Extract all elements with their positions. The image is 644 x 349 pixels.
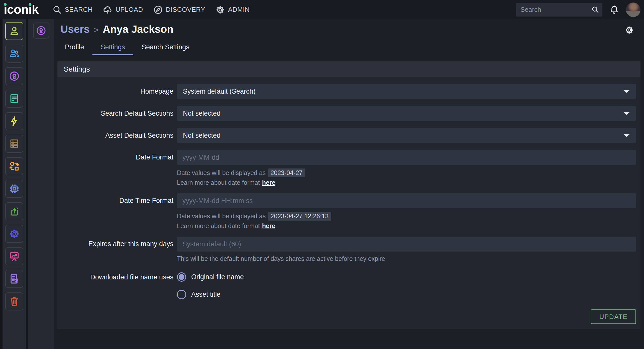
nav-discovery-label: DISCOVERY	[166, 6, 205, 14]
main-nav: SEARCH UPLOAD DISCOVERY	[52, 5, 250, 15]
homepage-value: System default (Search)	[183, 88, 623, 95]
notifications-bell-icon[interactable]	[609, 4, 619, 16]
svg-text:$: $	[15, 277, 18, 284]
asset-default-sections-row: Asset Default Sections Not selected	[57, 128, 636, 143]
left-edge-strip	[0, 19, 3, 349]
date-time-format-label: Date Time Format	[57, 193, 177, 230]
nav-search[interactable]: SEARCH	[52, 5, 93, 15]
sidebar-divider	[26, 19, 28, 349]
nav-admin[interactable]: ADMIN	[215, 5, 250, 15]
helper-text: Learn more about date format	[177, 179, 260, 186]
chevron-down-icon	[623, 90, 630, 93]
helper-text: Learn more about date format	[177, 222, 260, 230]
iconik-logo[interactable]: ıconık	[4, 0, 39, 19]
date-time-format-helper: Date values will be displayed as 2023-04…	[177, 212, 636, 221]
radio-row-asset-title: Asset title	[177, 290, 636, 299]
sidebar-item-settings[interactable]	[5, 225, 23, 243]
homepage-label: Homepage	[57, 88, 177, 95]
nav-upload-label: UPLOAD	[116, 6, 143, 14]
helper-text: This will be the default number of days …	[177, 255, 385, 262]
expires-days-row: Expires after this many days This will b…	[57, 237, 636, 262]
section-header: Settings	[57, 61, 640, 77]
billing-invoice-icon: $	[9, 273, 20, 285]
radio-original-file-name-label: Original file name	[191, 273, 244, 281]
sidebar-item-transfers[interactable]	[5, 157, 23, 175]
expires-days-input[interactable]	[177, 237, 636, 252]
search-icon[interactable]	[591, 6, 599, 14]
settings-form: Homepage System default (Search) Search …	[57, 77, 640, 329]
radio-asset-title[interactable]	[177, 290, 186, 299]
tab-settings[interactable]: Settings	[92, 41, 134, 55]
lightning-icon	[9, 115, 20, 127]
date-time-format-input[interactable]	[177, 193, 636, 208]
search-default-sections-row: Search Default Sections Not selected	[57, 106, 636, 121]
sidebar-item-actions[interactable]	[5, 112, 23, 130]
nav-upload[interactable]: UPLOAD	[103, 5, 143, 15]
breadcrumb: Users > Anya Jackson	[60, 23, 173, 35]
sidebar-item-metadata[interactable]	[5, 90, 23, 108]
main-content: Users > Anya Jackson Profile Settings Se…	[54, 19, 644, 349]
search-default-sections-value: Not selected	[183, 110, 623, 117]
asset-default-sections-label: Asset Default Sections	[57, 132, 177, 139]
analytics-board-icon	[9, 251, 20, 262]
update-button[interactable]: UPDATE	[591, 309, 636, 324]
topbar-right	[516, 3, 640, 17]
date-time-format-example: 2023-04-27 12:26:13	[268, 212, 331, 221]
settings-card: Settings Homepage System default (Search…	[57, 61, 640, 329]
topbar: ıconık SEARCH UPLOAD	[0, 0, 644, 19]
sidebar-item-storages[interactable]	[5, 135, 23, 153]
nav-admin-label: ADMIN	[228, 6, 250, 14]
downloaded-file-name-label: Downloaded file name uses	[57, 272, 177, 307]
date-time-format-here-link[interactable]: here	[262, 222, 275, 230]
date-format-example: 2023-04-27	[268, 168, 305, 177]
breadcrumb-users-link[interactable]: Users	[60, 23, 90, 35]
chevron-down-icon	[623, 134, 630, 137]
content-header: Users > Anya Jackson	[54, 19, 644, 35]
date-format-learn-more: Learn more about date format here	[177, 179, 636, 186]
chip-icon	[9, 183, 20, 195]
date-format-helper: Date values will be displayed as 2023-04…	[177, 168, 636, 177]
page-settings-gear-icon[interactable]	[624, 25, 634, 35]
radio-asset-title-label: Asset title	[191, 291, 221, 298]
homepage-select[interactable]: System default (Search)	[177, 84, 636, 99]
tab-profile[interactable]: Profile	[57, 41, 92, 55]
sidebar-item-delete-queue[interactable]	[5, 292, 23, 310]
document-lines-icon	[9, 93, 20, 104]
gear-icon	[215, 5, 225, 15]
helper-text: Date values will be displayed as	[177, 213, 266, 220]
search-default-sections-select[interactable]: Not selected	[177, 106, 636, 121]
admin-sidebar: $	[3, 19, 26, 349]
user-avatar[interactable]	[626, 3, 640, 17]
tab-search-settings[interactable]: Search Settings	[133, 41, 198, 55]
nav-search-label: SEARCH	[65, 6, 93, 14]
page-title: Anya Jackson	[103, 23, 173, 35]
sidebar-item-groups[interactable]	[5, 45, 23, 63]
secondary-sidebar	[28, 19, 54, 349]
sidebar-item-transcoders[interactable]	[5, 180, 23, 198]
app-body: $	[0, 19, 644, 349]
breadcrumb-separator: >	[94, 24, 99, 35]
sidebar-item-acl[interactable]	[5, 67, 23, 85]
date-format-here-link[interactable]: here	[262, 179, 275, 186]
homepage-row: Homepage System default (Search)	[57, 84, 636, 99]
radio-original-file-name[interactable]	[177, 272, 186, 282]
sidebar-item-billing[interactable]: $	[5, 270, 23, 288]
downloaded-file-name-row: Downloaded file name uses Original file …	[57, 272, 636, 307]
sidebar-item-analytics[interactable]	[5, 247, 23, 265]
sidebar-item-users[interactable]	[5, 22, 23, 40]
panel-item-acl[interactable]	[33, 23, 49, 39]
keyhole-icon	[36, 25, 47, 36]
keyhole-icon	[9, 70, 20, 82]
share-export-icon	[9, 206, 20, 217]
global-search-input[interactable]	[516, 6, 602, 14]
date-format-label: Date Format	[57, 150, 177, 186]
date-format-input[interactable]	[177, 150, 636, 165]
asset-default-sections-select[interactable]: Not selected	[177, 128, 636, 143]
user-group-icon	[9, 48, 20, 59]
sidebar-item-shares[interactable]	[5, 202, 23, 220]
date-time-format-row: Date Time Format Date values will be dis…	[57, 193, 636, 230]
expires-days-label: Expires after this many days	[57, 237, 177, 262]
radio-row-original-file-name: Original file name	[177, 272, 636, 282]
global-search-box	[516, 3, 602, 17]
nav-discovery[interactable]: DISCOVERY	[153, 5, 205, 15]
